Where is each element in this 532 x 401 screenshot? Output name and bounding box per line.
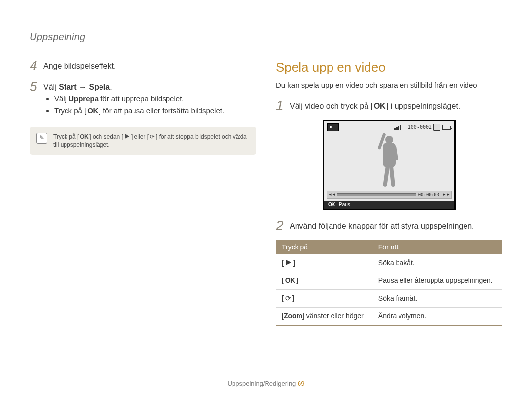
step-5: 5 Välj Start → Spela. Välj Upprepa för a… bbox=[30, 80, 256, 118]
flash-icon: ⯈ bbox=[284, 258, 293, 268]
timer-icon: ⟳ bbox=[284, 294, 292, 303]
key-cell: [OK] bbox=[276, 272, 372, 290]
table-row: [Zoom] vänster eller höger Ändra volymen… bbox=[276, 308, 502, 325]
two-column-layout: 4 Ange bildspelseffekt. 5 Välj Start → S… bbox=[30, 59, 502, 326]
lcd-screen: 100-0002 ◄◄ 00:00:03 ►► bbox=[323, 120, 456, 210]
t: ] i uppspelningsläget. bbox=[386, 102, 460, 110]
action-cell: Söka framåt. bbox=[372, 290, 502, 308]
info-note: ✎ Tryck på [OK] och sedan [⯈] eller [⟳] … bbox=[30, 127, 256, 155]
controls-table: Tryck på För att [⯈] Söka bakåt. [OK] bbox=[276, 240, 502, 326]
ok-icon: OK bbox=[86, 106, 99, 116]
action-cell: Pausa eller återuppta uppspelningen. bbox=[372, 272, 502, 290]
col-header-press: Tryck på bbox=[276, 240, 372, 255]
t: Zoom bbox=[284, 312, 302, 320]
ok-icon: OK bbox=[373, 101, 386, 112]
key-cell: [Zoom] vänster eller höger bbox=[276, 308, 372, 325]
bracket-right-icon: ] bbox=[296, 277, 299, 284]
step-number: 1 bbox=[276, 99, 290, 114]
section-heading: Spela upp en video bbox=[276, 59, 502, 76]
left-column: 4 Ange bildspelseffekt. 5 Välj Start → S… bbox=[30, 59, 256, 326]
t: ] och sedan [ bbox=[89, 133, 123, 140]
sub-bullets: Välj Upprepa för att upprepa bildspelet.… bbox=[54, 94, 256, 116]
list-item: Tryck på [OK] för att pausa eller fortsä… bbox=[54, 106, 256, 116]
step-text: Välj video och tryck på [OK] i uppspelni… bbox=[290, 101, 502, 112]
playback-bar: ◄◄ 00:00:03 ►► bbox=[327, 191, 452, 199]
step-number: 4 bbox=[30, 59, 43, 74]
timer-icon: ⟳ bbox=[149, 133, 156, 141]
forward-icon: ►► bbox=[441, 192, 451, 198]
t: Välj bbox=[54, 94, 68, 103]
step-text: Använd följande knappar för att styra up… bbox=[290, 221, 502, 232]
pause-label: Paus bbox=[339, 201, 350, 208]
signal-icon bbox=[394, 125, 406, 130]
table-row: [⟳] Söka framåt. bbox=[276, 290, 502, 308]
t: Tryck på [ bbox=[54, 106, 86, 115]
t: ] vänster eller höger bbox=[302, 312, 364, 320]
t: Start bbox=[59, 83, 76, 91]
page-number: 69 bbox=[298, 380, 304, 387]
play-mode-icon bbox=[327, 123, 339, 131]
t: . bbox=[110, 83, 112, 91]
manual-page: Uppspelning 4 Ange bildspelseffekt. 5 Vä… bbox=[0, 0, 532, 401]
ok-icon: OK bbox=[327, 201, 336, 208]
t: Upprepa bbox=[68, 94, 99, 103]
t: Välj bbox=[43, 83, 59, 91]
right-column: Spela upp en video Du kan spela upp en v… bbox=[276, 59, 502, 326]
t: ] för att pausa eller fortsätta bildspel… bbox=[99, 106, 224, 115]
sd-card-icon bbox=[433, 124, 440, 131]
table-row: [OK] Pausa eller återuppta uppspelningen… bbox=[276, 272, 502, 290]
list-item: Välj Upprepa för att upprepa bildspelet. bbox=[54, 94, 256, 104]
t: Välj video och tryck på [ bbox=[290, 102, 373, 110]
file-counter: 100-0002 bbox=[408, 124, 432, 131]
step-number: 5 bbox=[30, 80, 43, 118]
step-1: 1 Välj video och tryck på [OK] i uppspel… bbox=[276, 99, 502, 114]
lcd-bottom-hint: OK Paus bbox=[324, 201, 454, 209]
action-cell: Ändra volymen. bbox=[372, 308, 502, 325]
progress-track bbox=[337, 193, 416, 196]
flash-icon: ⯈ bbox=[123, 133, 131, 141]
ok-icon: OK bbox=[79, 133, 89, 141]
footer-text: Uppspelning/Redigering bbox=[228, 380, 298, 387]
t: för att upprepa bildspelet. bbox=[99, 94, 184, 103]
page-footer: Uppspelning/Redigering 69 bbox=[0, 379, 532, 388]
action-cell: Söka bakåt. bbox=[372, 254, 502, 272]
rewind-icon: ◄◄ bbox=[327, 192, 337, 198]
lcd-topbar: 100-0002 bbox=[324, 121, 454, 132]
ok-icon: OK bbox=[284, 276, 296, 285]
key-cell: [⯈] bbox=[276, 254, 372, 272]
camera-screen-illustration: 100-0002 ◄◄ 00:00:03 ►► bbox=[323, 120, 456, 210]
step-2: 2 Använd följande knappar för att styra … bbox=[276, 219, 502, 234]
t: ] eller [ bbox=[131, 133, 149, 140]
bracket-right-icon: ] bbox=[292, 294, 295, 302]
info-icon: ✎ bbox=[36, 133, 47, 144]
t: → bbox=[77, 83, 89, 91]
step-text: Välj Start → Spela. bbox=[43, 82, 256, 93]
bracket-right-icon: ] bbox=[293, 259, 296, 267]
table-row: [⯈] Söka bakåt. bbox=[276, 254, 502, 272]
step-text: Ange bildspelseffekt. bbox=[43, 61, 256, 72]
t: Tryck på [ bbox=[53, 133, 79, 140]
section-lead: Du kan spela upp en video och spara en s… bbox=[276, 80, 502, 90]
step-4: 4 Ange bildspelseffekt. bbox=[30, 59, 256, 74]
note-text: Tryck på [OK] och sedan [⯈] eller [⟳] fö… bbox=[53, 133, 249, 150]
child-silhouette bbox=[369, 136, 409, 190]
step-number: 2 bbox=[276, 219, 290, 234]
chapter-title: Uppspelning bbox=[30, 31, 502, 47]
elapsed-time: 00:00:03 bbox=[416, 192, 441, 198]
t: Spela bbox=[89, 83, 110, 91]
battery-icon bbox=[442, 125, 451, 130]
key-cell: [⟳] bbox=[276, 290, 372, 308]
col-header-action: För att bbox=[372, 240, 502, 255]
